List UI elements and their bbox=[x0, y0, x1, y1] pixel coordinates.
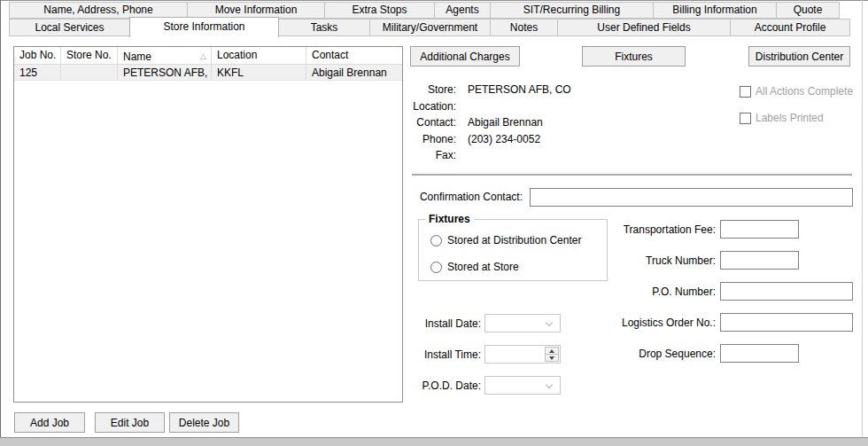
drop-sequence-input[interactable] bbox=[720, 344, 799, 363]
contact-label: Contact: bbox=[408, 116, 456, 129]
store-label: Store: bbox=[408, 83, 456, 96]
logistics-order-no-input[interactable] bbox=[720, 313, 853, 332]
stored-at-distribution-center-radio[interactable] bbox=[430, 235, 442, 246]
column-header-contact[interactable]: Contact bbox=[306, 47, 402, 64]
install-date-combo[interactable] bbox=[484, 314, 561, 333]
spin-down-button[interactable] bbox=[545, 354, 559, 362]
confirmation-contact-input[interactable] bbox=[530, 188, 853, 207]
fax-label: Fax: bbox=[408, 149, 456, 161]
pod-date-combo[interactable] bbox=[484, 376, 561, 395]
column-header-store-no[interactable]: Store No. bbox=[61, 47, 118, 64]
logistics-order-no-label: Logistics Order No.: bbox=[585, 317, 716, 329]
chevron-down-icon bbox=[546, 381, 553, 388]
tab-row-2: Local Services Store Information Tasks M… bbox=[9, 19, 850, 39]
cell-job-no: 125 bbox=[14, 65, 61, 80]
store-info-row: Fax: bbox=[408, 147, 571, 164]
column-header-name[interactable]: Name △ bbox=[118, 47, 212, 64]
po-number-input[interactable] bbox=[720, 282, 853, 301]
location-label: Location: bbox=[408, 100, 456, 113]
confirmation-contact-label: Confirmation Contact: bbox=[412, 191, 523, 203]
all-actions-complete-row: All Actions Complete bbox=[740, 85, 853, 98]
install-time-spinner[interactable] bbox=[484, 345, 561, 364]
cell-store-no bbox=[61, 65, 118, 80]
tab-quote[interactable]: Quote bbox=[776, 2, 840, 19]
column-header-location[interactable]: Location bbox=[212, 47, 306, 64]
phone-label: Phone: bbox=[408, 133, 456, 145]
labels-printed-row: Labels Printed bbox=[740, 112, 824, 124]
section-divider bbox=[412, 174, 852, 176]
table-row[interactable]: 125 PETERSON AFB, C KKFL Abigail Brennan bbox=[14, 65, 402, 81]
tab-billing-information[interactable]: Billing Information bbox=[653, 2, 777, 19]
delete-job-button[interactable]: Delete Job bbox=[169, 412, 239, 433]
window-bottom-edge bbox=[0, 437, 868, 446]
labels-printed-label: Labels Printed bbox=[756, 112, 824, 124]
contact-value: Abigail Brennan bbox=[468, 116, 543, 129]
store-info-row: Contact: Abigail Brennan bbox=[408, 114, 571, 131]
truck-number-input[interactable] bbox=[720, 251, 799, 270]
store-info-row: Location: bbox=[408, 98, 571, 115]
store-info-row: Store: PETERSON AFB, CO bbox=[408, 82, 571, 98]
sort-ascending-icon: △ bbox=[200, 52, 206, 60]
distribution-center-button[interactable]: Distribution Center bbox=[748, 46, 850, 67]
store-info-block: Store: PETERSON AFB, CO Location: Contac… bbox=[408, 82, 571, 164]
stored-at-store-radio[interactable] bbox=[430, 262, 442, 273]
phone-value: (203) 234-0052 bbox=[468, 133, 540, 145]
po-number-label: P.O. Number: bbox=[585, 286, 716, 298]
tab-sit-recurring-billing[interactable]: SIT/Recurring Billing bbox=[490, 2, 654, 19]
fixtures-button[interactable]: Fixtures bbox=[582, 46, 686, 67]
arrow-down-icon bbox=[549, 356, 554, 360]
transportation-fee-input[interactable] bbox=[720, 220, 799, 239]
edit-job-button[interactable]: Edit Job bbox=[95, 412, 165, 433]
tab-agents[interactable]: Agents bbox=[434, 2, 491, 19]
store-value: PETERSON AFB, CO bbox=[468, 83, 571, 96]
additional-charges-button[interactable]: Additional Charges bbox=[410, 46, 520, 67]
install-date-label: Install Date: bbox=[403, 317, 481, 330]
cell-location: KKFL bbox=[212, 65, 306, 80]
pod-date-label: P.O.D. Date: bbox=[403, 379, 481, 392]
all-actions-complete-checkbox[interactable] bbox=[740, 86, 751, 98]
jobs-table-header: Job No. Store No. Name △ Location Contac… bbox=[14, 47, 402, 65]
column-header-name-label: Name bbox=[123, 51, 151, 63]
transportation-fee-label: Transportation Fee: bbox=[585, 223, 716, 236]
stored-at-distribution-center-option[interactable]: Stored at Distribution Center bbox=[430, 234, 581, 246]
cell-name: PETERSON AFB, C bbox=[118, 65, 212, 80]
window-top-border bbox=[0, 0, 868, 1]
all-actions-complete-label: All Actions Complete bbox=[756, 85, 853, 98]
tab-local-services[interactable]: Local Services bbox=[9, 19, 130, 36]
truck-number-label: Truck Number: bbox=[585, 254, 716, 267]
cell-contact: Abigail Brennan bbox=[306, 65, 402, 80]
tab-tasks[interactable]: Tasks bbox=[278, 19, 370, 36]
install-time-spin-buttons bbox=[545, 347, 559, 362]
tab-user-defined-fields[interactable]: User Defined Fields bbox=[557, 19, 731, 36]
store-info-row: Phone: (203) 234-0052 bbox=[408, 131, 571, 148]
tab-extra-stops[interactable]: Extra Stops bbox=[324, 2, 435, 19]
tab-store-information[interactable]: Store Information bbox=[129, 17, 279, 37]
install-time-label: Install Time: bbox=[403, 348, 481, 361]
arrow-up-icon bbox=[549, 349, 554, 353]
fixtures-groupbox: Fixtures Stored at Distribution Center S… bbox=[418, 219, 608, 281]
chevron-down-icon bbox=[546, 319, 553, 326]
column-header-job-no[interactable]: Job No. bbox=[14, 47, 61, 64]
stored-at-distribution-center-label: Stored at Distribution Center bbox=[447, 234, 581, 246]
jobs-table: Job No. Store No. Name △ Location Contac… bbox=[13, 46, 403, 403]
stored-at-store-option[interactable]: Stored at Store bbox=[430, 261, 519, 273]
window-left-border bbox=[0, 0, 1, 438]
window-right-border bbox=[862, 0, 863, 438]
add-job-button[interactable]: Add Job bbox=[14, 412, 85, 433]
tab-military-government[interactable]: Military/Government bbox=[369, 19, 491, 36]
stored-at-store-label: Stored at Store bbox=[447, 261, 519, 273]
drop-sequence-label: Drop Sequence: bbox=[585, 348, 716, 360]
tab-notes[interactable]: Notes bbox=[490, 19, 558, 36]
tab-account-profile[interactable]: Account Profile bbox=[730, 19, 850, 36]
labels-printed-checkbox[interactable] bbox=[740, 113, 751, 124]
fixtures-groupbox-title: Fixtures bbox=[425, 213, 474, 225]
